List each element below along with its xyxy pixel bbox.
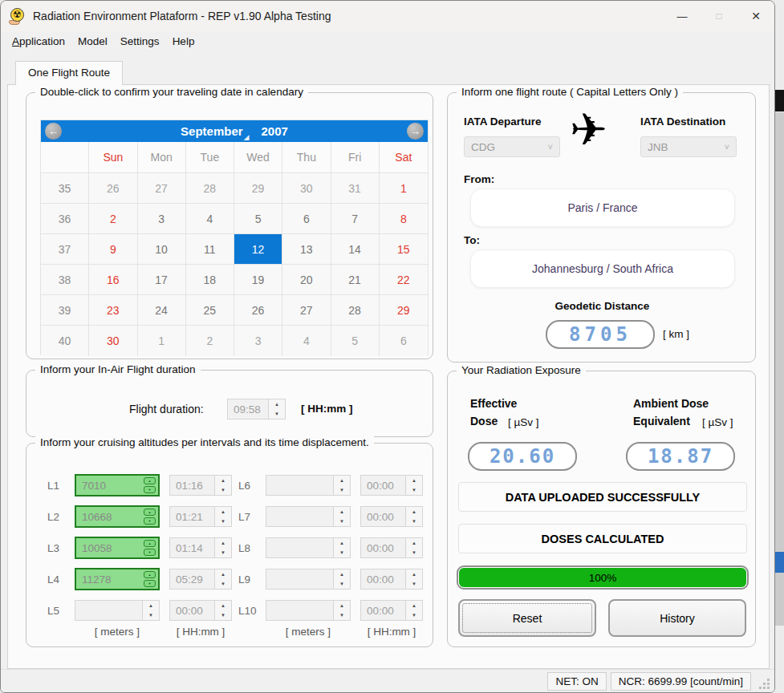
altitude-spinner-l7[interactable]: ▲▼ (266, 506, 351, 527)
spin-down-icon[interactable]: ▼ (144, 517, 156, 525)
spin-up-icon[interactable]: ▲ (406, 569, 422, 579)
calendar-day[interactable]: 6 (282, 204, 331, 234)
spin-down-icon[interactable]: ▼ (215, 548, 231, 557)
calendar-day[interactable]: 2 (186, 326, 234, 356)
calendar-day[interactable]: 4 (186, 204, 234, 234)
calendar-day[interactable]: 6 (380, 326, 428, 356)
spin-down-icon[interactable]: ▼ (334, 610, 350, 620)
calendar-day-selected[interactable]: 12 (234, 234, 282, 265)
spin-up-icon[interactable]: ▲ (334, 601, 350, 610)
minimize-button[interactable]: — (664, 1, 701, 31)
maximize-button[interactable]: □ (701, 1, 737, 31)
spin-up-icon[interactable]: ▲ (215, 601, 231, 610)
calendar-month-year[interactable]: September◢2007 (66, 124, 403, 138)
spin-up-icon[interactable]: ▲ (215, 538, 231, 548)
calendar-day[interactable]: 18 (186, 265, 234, 295)
spin-up-icon[interactable]: ▲ (143, 601, 159, 610)
spin-up-icon[interactable]: ▲ (144, 477, 156, 484)
resize-grip[interactable] (760, 679, 770, 689)
menu-settings[interactable]: Settings (114, 33, 166, 50)
spin-down-icon[interactable]: ▼ (269, 409, 285, 419)
calendar-year[interactable]: 2007 (262, 124, 288, 138)
calendar-day[interactable]: 13 (282, 234, 331, 265)
altitude-spinner-l10[interactable]: ▲▼ (266, 600, 351, 621)
calendar-day[interactable]: 4 (282, 326, 331, 356)
calendar-day[interactable]: 28 (331, 295, 380, 326)
time-spinner-l5[interactable]: 00:00▲▼ (169, 600, 232, 621)
time-spinner-l9[interactable]: 00:00▲▼ (360, 569, 423, 590)
calendar-next-button[interactable]: → (407, 123, 424, 140)
calendar-day[interactable]: 5 (234, 204, 282, 234)
spin-up-icon[interactable]: ▲ (334, 569, 350, 579)
spin-down-icon[interactable]: ▼ (144, 549, 156, 556)
spin-up-icon[interactable]: ▲ (406, 538, 422, 548)
spin-down-icon[interactable]: ▼ (143, 610, 159, 620)
tab-one-flight-route[interactable]: One Flight Route (15, 61, 123, 85)
calendar-day[interactable]: 27 (282, 295, 331, 326)
reset-button[interactable]: Reset (458, 599, 596, 637)
time-spinner-l6[interactable]: 00:00▲▼ (360, 475, 423, 496)
time-spinner-l10[interactable]: 00:00▲▼ (360, 600, 423, 621)
spin-up-icon[interactable]: ▲ (406, 476, 422, 485)
calendar-day[interactable]: 19 (234, 265, 282, 295)
spin-down-icon[interactable]: ▼ (406, 610, 422, 620)
spin-up-icon[interactable]: ▲ (215, 569, 231, 579)
spin-up-icon[interactable]: ▲ (215, 476, 231, 485)
spin-down-icon[interactable]: ▼ (215, 579, 231, 589)
spin-down-icon[interactable]: ▼ (334, 517, 350, 526)
calendar-day[interactable]: 14 (331, 234, 380, 265)
calendar-day[interactable]: 20 (282, 265, 331, 295)
altitude-spinner-l8[interactable]: ▲▼ (266, 537, 351, 558)
calendar-day[interactable]: 21 (331, 265, 380, 295)
calendar-day[interactable]: 1 (380, 173, 428, 204)
time-spinner-l1[interactable]: 01:16▲▼ (169, 475, 232, 496)
calendar-day[interactable]: 23 (89, 295, 137, 326)
calendar-day[interactable]: 25 (186, 295, 234, 326)
calendar-day[interactable]: 11 (186, 234, 234, 265)
calendar-day[interactable]: 26 (89, 173, 137, 204)
spin-up-icon[interactable]: ▲ (144, 509, 156, 516)
spin-up-icon[interactable]: ▲ (334, 507, 350, 517)
spin-down-icon[interactable]: ▼ (406, 548, 422, 557)
spin-down-icon[interactable]: ▼ (144, 580, 156, 587)
calendar-day[interactable]: 28 (186, 173, 234, 204)
calendar-day[interactable]: 9 (89, 234, 137, 265)
spin-down-icon[interactable]: ▼ (144, 486, 156, 493)
calendar-day[interactable]: 30 (89, 326, 137, 356)
spin-up-icon[interactable]: ▲ (144, 571, 156, 578)
spin-down-icon[interactable]: ▼ (334, 485, 350, 495)
calendar-day[interactable]: 3 (234, 326, 282, 356)
time-spinner-l3[interactable]: 01:14▲▼ (169, 537, 232, 558)
time-spinner-l8[interactable]: 00:00▲▼ (360, 537, 423, 558)
history-button[interactable]: History (608, 599, 746, 637)
spin-up-icon[interactable]: ▲ (334, 476, 350, 485)
destination-combo[interactable]: JNB ˅ (640, 136, 737, 157)
calendar-day[interactable]: 26 (234, 295, 282, 326)
altitude-spinner-l6[interactable]: ▲▼ (266, 475, 351, 496)
menu-help[interactable]: Help (166, 33, 201, 50)
spin-down-icon[interactable]: ▼ (334, 548, 350, 557)
altitude-spinner-l1[interactable]: 7010▲▼ (75, 474, 160, 496)
calendar-day[interactable]: 7 (331, 204, 380, 234)
calendar-day[interactable]: 22 (380, 265, 428, 295)
menu-model[interactable]: Model (71, 33, 114, 50)
spin-down-icon[interactable]: ▼ (215, 517, 231, 526)
time-spinner-l7[interactable]: 00:00▲▼ (360, 506, 423, 527)
calendar-day[interactable]: 29 (380, 295, 428, 326)
altitude-spinner-l5[interactable]: ▲▼ (75, 600, 160, 621)
calendar-day[interactable]: 3 (138, 204, 186, 234)
spin-up-icon[interactable]: ▲ (406, 507, 422, 517)
spin-down-icon[interactable]: ▼ (334, 579, 350, 589)
time-spinner-l2[interactable]: 01:21▲▼ (169, 506, 232, 527)
duration-spinner[interactable]: 09:58▲▼ (227, 399, 286, 419)
calendar-day[interactable]: 8 (380, 204, 428, 234)
spin-down-icon[interactable]: ▼ (215, 485, 231, 495)
calendar-day[interactable]: 30 (282, 173, 331, 204)
calendar-day[interactable]: 29 (234, 173, 282, 204)
altitude-spinner-l2[interactable]: 10668▲▼ (75, 505, 160, 528)
departure-combo[interactable]: CDG ˅ (464, 136, 560, 157)
spin-up-icon[interactable]: ▲ (406, 601, 422, 610)
calendar-month[interactable]: September (181, 124, 243, 138)
spin-up-icon[interactable]: ▲ (144, 540, 156, 547)
spin-down-icon[interactable]: ▼ (406, 485, 422, 495)
